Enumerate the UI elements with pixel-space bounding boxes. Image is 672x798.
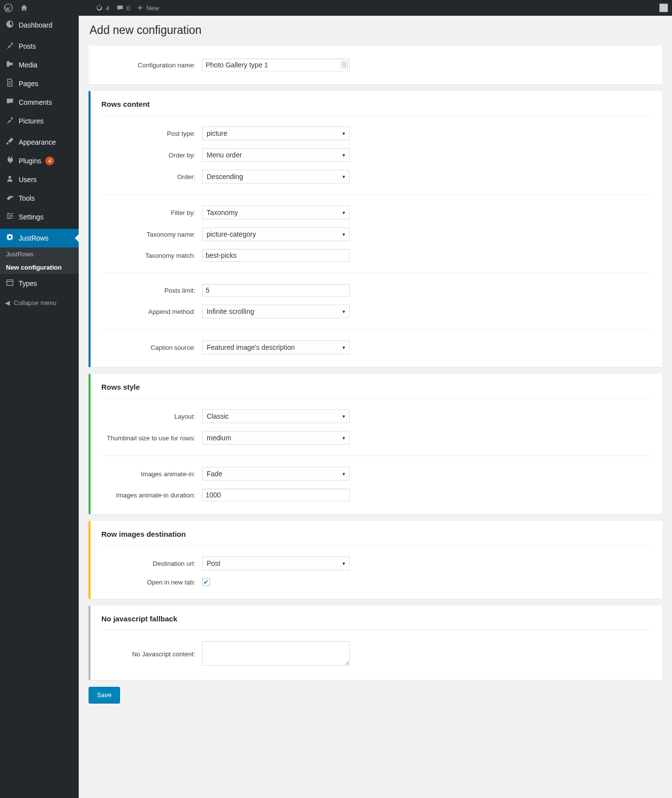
order-select[interactable]: Descending — [202, 170, 350, 184]
sidebar-item-posts[interactable]: Posts — [0, 37, 79, 56]
new-link[interactable]: New — [137, 0, 159, 16]
brush-icon — [5, 137, 15, 148]
caption-source-label: Caption source: — [101, 344, 202, 351]
sidebar-item-label: Tools — [19, 194, 35, 202]
content-area: Add new configuration Configuration name… — [79, 16, 672, 798]
account-menu[interactable] — [659, 3, 668, 12]
collapse-label: Collapse menu — [14, 299, 57, 307]
justrows-submenu: JustRows New configuration — [0, 247, 79, 274]
sidebar-item-pictures[interactable]: Pictures — [0, 112, 79, 130]
post-type-label: Post type: — [101, 130, 202, 137]
thumbnail-size-select[interactable]: medium — [202, 431, 350, 445]
sidebar-item-pages[interactable]: Pages — [0, 74, 79, 93]
rows-style-heading: Rows style — [101, 383, 651, 391]
home-icon[interactable] — [20, 0, 29, 16]
animate-in-select[interactable]: Fade — [202, 467, 350, 481]
plug-icon — [5, 155, 15, 166]
sidebar-item-plugins[interactable]: Plugins 4 — [0, 152, 79, 170]
posts-limit-input[interactable] — [202, 284, 350, 297]
page-icon — [5, 78, 15, 89]
sidebar-item-tools[interactable]: Tools — [0, 189, 79, 208]
panel-config-name: Configuration name: ☰ — [89, 46, 662, 84]
panel-rows-content: Rows content Post type: picture Order by… — [89, 91, 662, 367]
autofill-icon: ☰ — [341, 61, 348, 68]
order-value: Descending — [207, 173, 243, 181]
wp-logo-icon[interactable] — [4, 0, 13, 16]
row-dest-heading: Row images destination — [101, 530, 651, 538]
sidebar-item-label: Dashboard — [19, 21, 53, 29]
dashboard-icon — [5, 20, 15, 31]
config-name-label: Configuration name: — [101, 61, 202, 69]
sidebar-item-justrows[interactable]: JustRows — [0, 229, 79, 247]
comment-icon — [116, 4, 124, 12]
animate-duration-input[interactable] — [202, 489, 350, 501]
config-name-input[interactable] — [202, 59, 350, 71]
sidebar-item-comments[interactable]: Comments — [0, 93, 79, 112]
sidebar-item-label: Comments — [19, 98, 52, 106]
caption-source-value: Featured image's description — [207, 343, 295, 351]
nojs-content-textarea[interactable] — [202, 641, 350, 666]
layout-select[interactable]: Classic — [202, 409, 350, 423]
save-button[interactable]: Save — [89, 687, 120, 703]
destination-url-label: Destination url: — [101, 560, 202, 567]
comments-link[interactable]: 0 — [116, 0, 130, 16]
thumbnail-size-label: Thumbnail size to use for rows: — [101, 434, 202, 442]
plugins-update-badge: 4 — [45, 156, 54, 165]
thumbnail-size-value: medium — [207, 434, 231, 442]
sidebar-item-label: Users — [19, 176, 37, 184]
collapse-icon: ◀ — [5, 299, 10, 307]
sidebar-item-label: Settings — [19, 213, 44, 221]
taxonomy-match-input[interactable] — [202, 249, 350, 262]
sliders-icon — [5, 212, 15, 222]
plus-icon — [137, 4, 144, 11]
append-method-select[interactable]: Infinite scrolling — [202, 305, 350, 318]
open-new-tab-checkbox[interactable]: ✔ — [202, 578, 210, 586]
sidebar-item-label: Types — [19, 279, 37, 287]
posts-limit-label: Posts limit: — [101, 287, 202, 294]
sidebar-item-types[interactable]: Types — [0, 274, 79, 293]
layout-label: Layout: — [101, 413, 202, 420]
sidebar-item-users[interactable]: Users — [0, 170, 79, 189]
sidebar-item-dashboard[interactable]: Dashboard — [0, 16, 79, 34]
submenu-item-justrows[interactable]: JustRows — [0, 247, 79, 261]
comment-icon — [5, 97, 15, 108]
admin-sidebar: Dashboard Posts Media Pages Comments — [0, 16, 79, 798]
destination-url-value: Post — [207, 559, 220, 567]
taxonomy-name-label: Taxonomy name: — [101, 231, 202, 238]
user-icon — [5, 174, 15, 185]
pin-icon — [5, 116, 15, 126]
sidebar-item-label: Appearance — [19, 138, 56, 146]
avatar — [659, 3, 668, 12]
filter-by-select[interactable]: Taxonomy — [202, 206, 350, 219]
collapse-menu[interactable]: ◀ Collapse menu — [0, 295, 79, 310]
post-type-select[interactable]: picture — [202, 126, 350, 140]
filter-by-label: Filter by: — [101, 209, 202, 216]
calendar-icon — [5, 278, 15, 289]
panel-no-js-fallback: No javascript fallback No Javascript con… — [89, 606, 662, 680]
submenu-item-new-configuration[interactable]: New configuration — [0, 261, 79, 274]
refresh-icon — [95, 4, 103, 12]
caption-source-select[interactable]: Featured image's description — [202, 340, 350, 354]
sidebar-item-settings[interactable]: Settings — [0, 208, 79, 226]
destination-url-select[interactable]: Post — [202, 556, 350, 570]
animate-duration-label: Images animate-in duration: — [101, 491, 202, 499]
updates-count: 4 — [106, 4, 109, 12]
animate-in-label: Images animate-in: — [101, 470, 202, 478]
sidebar-item-appearance[interactable]: Appearance — [0, 133, 79, 152]
sidebar-item-label: Media — [19, 61, 37, 69]
animate-in-value: Fade — [207, 470, 222, 478]
sidebar-item-media[interactable]: Media — [0, 56, 79, 74]
svg-point-1 — [8, 176, 11, 179]
sidebar-item-label: Pictures — [19, 117, 44, 125]
filter-by-value: Taxonomy — [207, 209, 238, 216]
gear-icon — [5, 233, 15, 244]
sidebar-item-label: Pages — [19, 80, 38, 88]
taxonomy-name-select[interactable]: picture-category — [202, 227, 350, 241]
order-by-select[interactable]: Menu order — [202, 148, 350, 162]
sidebar-item-label: Plugins — [19, 157, 41, 165]
admin-bar: 4 0 New — [0, 0, 672, 16]
updates-link[interactable]: 4 — [95, 0, 109, 16]
append-method-value: Infinite scrolling — [207, 307, 254, 315]
panel-row-images-destination: Row images destination Destination url: … — [89, 521, 662, 599]
taxonomy-name-value: picture-category — [207, 230, 256, 238]
